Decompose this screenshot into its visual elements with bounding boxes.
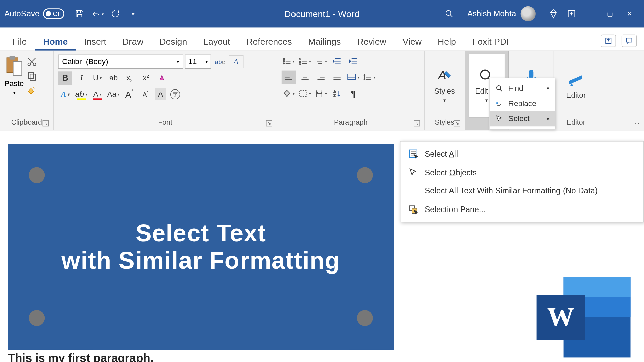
strikethrough-button[interactable]: ab	[106, 71, 121, 85]
svg-rect-4	[9, 56, 15, 59]
align-right-button[interactable]	[314, 71, 328, 84]
comments-button[interactable]	[622, 35, 637, 47]
font-size-value: 11	[188, 57, 197, 66]
copy-icon[interactable]	[26, 71, 37, 81]
svg-point-12	[283, 63, 284, 64]
styles-button[interactable]: A Styles ▾	[428, 55, 461, 117]
text-effects-icon[interactable]	[155, 71, 169, 85]
align-center-button[interactable]	[298, 71, 312, 84]
selection-pane-icon	[408, 205, 419, 215]
avatar	[521, 6, 536, 21]
selection-pane-item[interactable]: Selection Pane...	[400, 200, 643, 219]
save-icon[interactable]	[71, 6, 88, 22]
underline-button[interactable]: U	[90, 71, 105, 85]
tab-help[interactable]: Help	[430, 32, 464, 51]
font-launcher-icon[interactable]: ↘	[266, 120, 272, 127]
text-fill-icon[interactable]: A	[58, 87, 72, 101]
svg-text:Z: Z	[333, 94, 336, 97]
editor-button[interactable]: Editor	[560, 55, 592, 117]
svg-text:a: a	[496, 101, 498, 104]
tab-view[interactable]: View	[394, 32, 430, 51]
paragraph-launcher-icon[interactable]: ↘	[414, 120, 420, 127]
change-case-button[interactable]: Aa	[106, 87, 121, 101]
clear-formatting-icon[interactable]: abc	[213, 55, 227, 68]
bold-button[interactable]: B	[58, 71, 72, 85]
superscript-button[interactable]: x2	[139, 71, 153, 85]
bullets-button[interactable]	[282, 55, 296, 68]
increase-indent-icon[interactable]	[346, 55, 361, 68]
font-size-select[interactable]: 11▾	[185, 55, 211, 69]
close-button[interactable]: ✕	[620, 4, 640, 24]
svg-rect-21	[529, 70, 533, 79]
decrease-indent-icon[interactable]	[330, 55, 344, 68]
multilevel-list-button[interactable]	[314, 55, 328, 68]
character-border-icon[interactable]: A	[229, 55, 243, 68]
clipboard-launcher-icon[interactable]: ↘	[43, 120, 49, 127]
tab-design[interactable]: Design	[151, 32, 195, 51]
line-spacing-button[interactable]	[362, 71, 377, 84]
qat-customize-icon[interactable]: ▾	[125, 6, 141, 22]
styles-launcher-icon[interactable]: ↘	[454, 120, 460, 127]
tab-home[interactable]: Home	[35, 32, 76, 51]
character-shading-icon[interactable]: A	[155, 88, 166, 100]
tab-file[interactable]: File	[4, 32, 35, 51]
select-similar-item[interactable]: Select All Text With Similar Formatting …	[400, 182, 643, 200]
select-all-item[interactable]: Select All	[400, 144, 643, 163]
distributed-button[interactable]	[346, 71, 361, 84]
numbering-button[interactable]: 123	[298, 55, 312, 68]
shrink-font-icon[interactable]: A˅	[139, 87, 153, 101]
select-label: Select	[508, 114, 530, 123]
select-item[interactable]: Select ▾	[490, 111, 555, 126]
find-icon	[495, 84, 504, 93]
word-logo: W	[537, 277, 631, 357]
select-objects-item[interactable]: Select Objects	[400, 163, 643, 182]
tab-draw[interactable]: Draw	[114, 32, 151, 51]
autosave-toggle[interactable]: Off	[43, 8, 64, 19]
share-button[interactable]	[601, 35, 616, 47]
premium-icon[interactable]	[545, 6, 561, 22]
undo-icon[interactable]: ▾	[90, 6, 106, 22]
shading-button[interactable]	[282, 87, 296, 100]
font-color-button[interactable]: A	[90, 87, 105, 101]
select-all-label: Select All	[425, 149, 458, 159]
ribbon-display-icon[interactable]	[564, 6, 580, 22]
svg-text:3: 3	[299, 63, 301, 65]
redo-icon[interactable]	[107, 6, 123, 22]
select-objects-icon	[408, 168, 419, 177]
tab-layout[interactable]: Layout	[195, 32, 238, 51]
subscript-button[interactable]: x2	[122, 71, 137, 85]
select-similar-label: Select All Text With Similar Formatting …	[425, 186, 598, 196]
borders-button[interactable]	[298, 87, 312, 100]
search-icon[interactable]	[441, 6, 458, 22]
tab-references[interactable]: References	[238, 32, 300, 51]
tab-review[interactable]: Review	[349, 32, 394, 51]
asian-layout-button[interactable]	[314, 87, 328, 100]
align-left-button[interactable]	[282, 71, 296, 84]
italic-button[interactable]: I	[74, 71, 89, 85]
tab-insert[interactable]: Insert	[76, 32, 114, 51]
tab-foxit[interactable]: Foxit PDF	[464, 32, 520, 51]
title-shape[interactable]: Select Text with Similar Formatting	[8, 144, 393, 349]
sort-button[interactable]: AZ	[330, 87, 344, 100]
replace-item[interactable]: ac Replace	[490, 96, 555, 111]
user-account[interactable]: Ashish Mohta	[467, 6, 536, 21]
group-editor: Editor Editor	[553, 51, 598, 130]
paste-label[interactable]: Paste	[4, 79, 24, 88]
grow-font-icon[interactable]: A˄	[122, 87, 137, 101]
editor-icon	[568, 72, 585, 89]
highlight-button[interactable]: ab	[74, 87, 89, 101]
minimize-button[interactable]: ─	[580, 4, 600, 24]
tab-mailings[interactable]: Mailings	[300, 32, 349, 51]
collapse-ribbon-icon[interactable]: ︿	[634, 118, 640, 126]
find-item[interactable]: Find ▾	[490, 81, 555, 96]
enclose-characters-icon[interactable]: 字	[168, 87, 182, 101]
font-name-select[interactable]: Calibri (Body)▾	[58, 55, 183, 69]
select-submenu: Select All Select Objects Select All Tex…	[400, 141, 644, 222]
show-marks-button[interactable]: ¶	[346, 87, 361, 100]
paste-caret-icon[interactable]: ▾	[13, 90, 16, 95]
format-painter-icon[interactable]	[26, 85, 37, 96]
maximize-button[interactable]: ▢	[600, 4, 620, 24]
cut-icon[interactable]	[26, 56, 37, 67]
user-name: Ashish Mohta	[467, 9, 516, 18]
justify-button[interactable]	[330, 71, 344, 84]
